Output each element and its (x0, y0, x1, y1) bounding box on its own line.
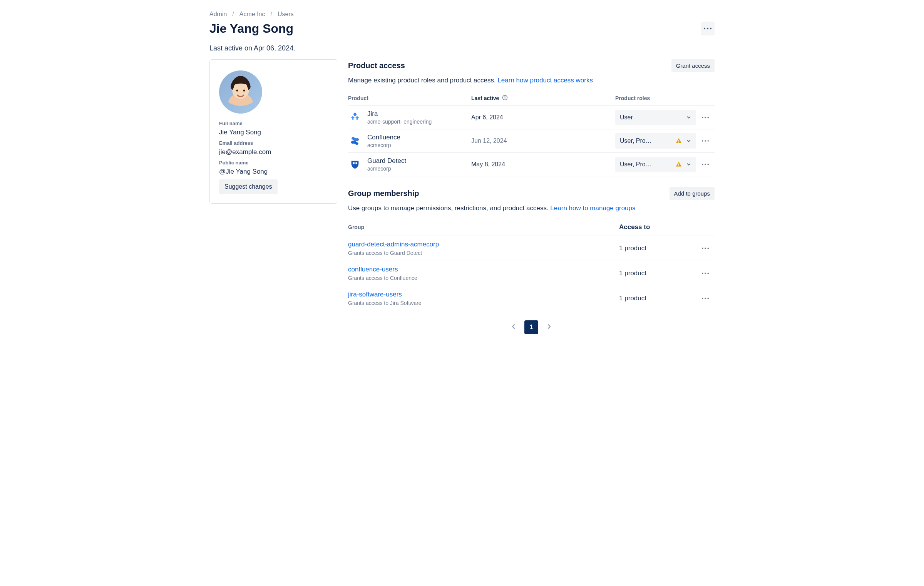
product-access-title: Product access (348, 61, 405, 70)
breadcrumb-users[interactable]: Users (278, 11, 294, 18)
product-role-value: User, Pro… (620, 161, 652, 168)
col-roles-header: Product roles (615, 95, 696, 101)
full-name-value: Jie Yang Song (219, 129, 328, 136)
groups-table: Group Access to guard-detect-admins-acme… (348, 219, 715, 311)
product-name: Confluence (367, 134, 400, 141)
row-actions-button[interactable] (700, 159, 711, 170)
svg-point-23 (702, 164, 703, 165)
pagination-prev[interactable] (508, 322, 519, 333)
chevron-right-icon (546, 323, 552, 331)
row-actions-button[interactable] (700, 293, 711, 304)
svg-point-6 (243, 89, 245, 91)
breadcrumb: Admin / Acme Inc / Users (209, 11, 715, 18)
svg-point-33 (705, 298, 706, 299)
full-name-label: Full name (219, 121, 328, 126)
group-membership-desc: Use groups to manage permissions, restri… (348, 204, 715, 212)
product-name: Guard Detect (367, 157, 406, 165)
product-org: acmecorp (367, 142, 400, 148)
product-role-select[interactable]: User, Pro… (615, 133, 696, 149)
col-last-active-header: Last active (471, 95, 499, 101)
row-actions-button[interactable] (700, 112, 711, 123)
group-membership-title: Group membership (348, 189, 419, 198)
breadcrumb-org[interactable]: Acme Inc (239, 11, 265, 18)
group-row: guard-detect-admins-acmecorp Grants acce… (348, 236, 715, 261)
product-access-learn-link[interactable]: Learn how product access works (497, 77, 593, 84)
warning-icon (675, 137, 682, 144)
svg-rect-21 (678, 163, 679, 165)
product-access-section: Product access Grant access Manage exist… (348, 59, 715, 176)
col-product-header: Product (348, 95, 471, 101)
svg-rect-18 (353, 162, 354, 164)
svg-point-26 (702, 248, 703, 249)
chevron-down-icon (686, 138, 691, 144)
row-actions-button[interactable] (700, 243, 711, 254)
svg-point-32 (702, 298, 703, 299)
group-access: 1 product (619, 295, 696, 302)
jira-icon (348, 111, 362, 124)
svg-point-31 (707, 273, 709, 274)
info-icon[interactable] (502, 95, 508, 102)
group-name-link[interactable]: guard-detect-admins-acmecorp (348, 241, 439, 248)
row-actions-button[interactable] (700, 268, 711, 279)
product-role-value: User (620, 114, 633, 121)
svg-point-24 (705, 164, 706, 165)
product-role-select[interactable]: User (615, 110, 696, 125)
group-name-link[interactable]: jira-software-users (348, 291, 402, 298)
breadcrumb-admin[interactable]: Admin (209, 11, 227, 18)
group-desc: Grants access to Confluence (348, 275, 619, 281)
svg-point-29 (702, 273, 703, 274)
svg-point-34 (707, 298, 709, 299)
product-last-active: May 8, 2024 (471, 161, 521, 168)
svg-rect-20 (356, 162, 357, 164)
guard-detect-icon (348, 157, 362, 171)
group-name-link[interactable]: confluence-users (348, 266, 398, 273)
svg-point-9 (505, 96, 506, 97)
svg-point-11 (705, 117, 706, 118)
svg-point-27 (705, 248, 706, 249)
add-to-groups-button[interactable]: Add to groups (670, 187, 715, 200)
group-membership-section: Group membership Add to groups Use group… (348, 187, 715, 334)
svg-point-1 (707, 28, 708, 29)
group-membership-desc-text: Use groups to manage permissions, restri… (348, 204, 550, 212)
pagination-current[interactable]: 1 (524, 320, 538, 334)
product-org: acmecorp (367, 166, 406, 172)
product-row: Confluence acmecorp Jun 12, 2024 User, P… (348, 129, 715, 153)
svg-rect-19 (355, 162, 356, 164)
group-desc: Grants access to Jira Software (348, 300, 619, 306)
public-name-value: @Jie Yang Song (219, 168, 328, 176)
col-access-header: Access to (619, 223, 696, 231)
svg-point-0 (704, 28, 705, 29)
grant-access-button[interactable]: Grant access (671, 59, 715, 72)
col-group-header: Group (348, 224, 619, 230)
pagination: 1 (348, 320, 715, 334)
page-actions-button[interactable] (701, 22, 715, 35)
chevron-down-icon (686, 115, 691, 120)
row-actions-button[interactable] (700, 136, 711, 146)
product-role-value: User, Pro… (620, 137, 652, 144)
pagination-next[interactable] (544, 322, 554, 333)
svg-point-28 (707, 248, 709, 249)
svg-rect-13 (678, 140, 679, 142)
product-row: Jira acme-support- engineering Apr 6, 20… (348, 106, 715, 129)
avatar (219, 70, 262, 114)
product-access-table: Product Last active Product roles (348, 91, 715, 176)
product-org: acme-support- engineering (367, 119, 432, 125)
product-access-desc-text: Manage existing product roles and produc… (348, 77, 497, 84)
product-access-desc: Manage existing product roles and produc… (348, 77, 715, 84)
group-membership-learn-link[interactable]: Learn how to manage groups (550, 204, 635, 212)
profile-card: Full name Jie Yang Song Email address ji… (209, 59, 337, 204)
svg-point-16 (705, 140, 706, 142)
product-name: Jira (367, 110, 432, 118)
last-active-text: Last active on Apr 06, 2024. (209, 44, 715, 52)
group-row: jira-software-users Grants access to Jir… (348, 286, 715, 311)
svg-point-17 (707, 140, 709, 142)
email-value: jie@example.com (219, 148, 328, 156)
chevron-down-icon (686, 162, 691, 167)
svg-point-10 (702, 117, 703, 118)
public-name-label: Public name (219, 160, 328, 166)
product-role-select[interactable]: User, Pro… (615, 157, 696, 172)
svg-point-15 (702, 140, 703, 142)
warning-icon (675, 161, 682, 168)
product-last-active: Jun 12, 2024 (471, 137, 521, 144)
suggest-changes-button[interactable]: Suggest changes (219, 179, 278, 194)
